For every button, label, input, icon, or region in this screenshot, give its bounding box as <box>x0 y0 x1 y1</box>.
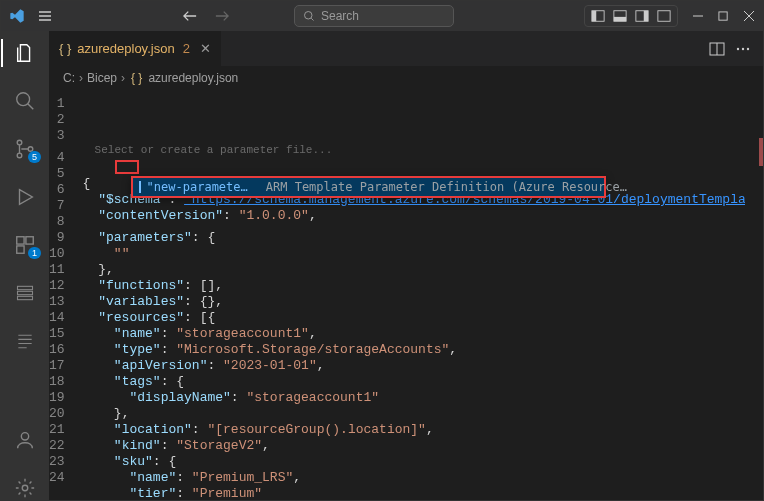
svg-point-11 <box>17 153 22 158</box>
menu-icon[interactable] <box>37 8 53 24</box>
svg-rect-15 <box>17 246 24 253</box>
azure-ext-icon[interactable] <box>13 329 37 353</box>
breadcrumb-folder: Bicep <box>87 71 117 85</box>
svg-rect-7 <box>658 11 670 22</box>
svg-point-20 <box>22 485 28 491</box>
svg-rect-14 <box>26 237 33 244</box>
search-icon <box>303 10 315 22</box>
bicep-ext-icon[interactable] <box>13 281 37 305</box>
code-line: "tags": { <box>83 374 763 390</box>
tab-modified-count: 2 <box>183 41 190 56</box>
minimap[interactable] <box>745 90 763 500</box>
suggestion-label: "new-paramete… <box>147 179 248 195</box>
json-file-icon: { } <box>59 41 71 56</box>
extensions-icon[interactable]: 1 <box>13 233 37 257</box>
code-line: "resources": [{ <box>83 310 763 326</box>
search-placeholder: Search <box>321 9 359 23</box>
search-panel-icon[interactable] <box>13 89 37 113</box>
code-line: "type": "Microsoft.Storage/storageAccoun… <box>83 342 763 358</box>
svg-point-9 <box>17 93 30 106</box>
code-line: "tier": "Premium" <box>83 486 763 500</box>
layout-panel-bottom-icon[interactable] <box>613 9 627 23</box>
line-number-gutter: 123456789101112131415161718192021222324 <box>49 90 75 500</box>
code-line: "" <box>83 246 763 262</box>
svg-rect-2 <box>592 11 596 22</box>
intellisense-suggestion[interactable]: "new-paramete… ARM Template Parameter De… <box>131 176 606 198</box>
tab-filename: azuredeploy.json <box>77 41 174 56</box>
svg-rect-8 <box>719 11 727 19</box>
svg-rect-17 <box>18 291 33 294</box>
layout-customize-icon[interactable] <box>657 9 671 23</box>
source-control-icon[interactable]: 5 <box>13 137 37 161</box>
scm-badge: 5 <box>28 151 41 163</box>
editor[interactable]: 123456789101112131415161718192021222324 … <box>49 90 763 500</box>
code-line: "displayName": "storageaccount1" <box>83 390 763 406</box>
chevron-right-icon: › <box>79 71 83 85</box>
code-line: "functions": [], <box>83 278 763 294</box>
tab-close-icon[interactable]: ✕ <box>200 41 211 56</box>
highlight-cursor <box>115 160 139 174</box>
svg-point-24 <box>747 47 749 49</box>
svg-rect-4 <box>614 17 626 21</box>
layout-sidebar-left-icon[interactable] <box>591 9 605 23</box>
code-line: }, <box>83 406 763 422</box>
maximize-icon[interactable] <box>718 11 729 22</box>
svg-point-23 <box>742 47 744 49</box>
code-line: }, <box>83 262 763 278</box>
svg-point-22 <box>737 47 739 49</box>
nav-back-icon[interactable] <box>183 9 197 23</box>
vscode-window: Search 5 1 <box>0 0 764 501</box>
minimize-icon[interactable] <box>692 10 704 22</box>
suggestion-kind-icon <box>139 181 141 193</box>
code-line: "variables": {}, <box>83 294 763 310</box>
breadcrumb-file: azuredeploy.json <box>148 71 238 85</box>
breadcrumb[interactable]: C: › Bicep › { } azuredeploy.json <box>49 66 763 90</box>
settings-gear-icon[interactable] <box>13 476 37 500</box>
svg-point-0 <box>305 12 313 20</box>
vscode-logo-icon <box>9 8 25 24</box>
param-file-hint[interactable]: Select or create a parameter file... <box>95 142 333 158</box>
more-actions-icon[interactable] <box>735 42 751 56</box>
account-icon[interactable] <box>13 428 37 452</box>
svg-rect-6 <box>644 11 648 22</box>
code-line: "name": "Premium_LRS", <box>83 470 763 486</box>
svg-point-10 <box>17 140 22 145</box>
code-content[interactable]: "new-paramete… ARM Template Parameter De… <box>75 90 763 500</box>
svg-rect-18 <box>18 296 33 299</box>
titlebar: Search <box>1 1 763 31</box>
code-line: "parameters": { <box>83 230 763 246</box>
titlebar-right <box>584 5 755 27</box>
suggestion-description: ARM Template Parameter Definition (Azure… <box>266 179 627 195</box>
code-line: "location": "[resourceGroup().location]"… <box>83 422 763 438</box>
breadcrumb-drive: C: <box>63 71 75 85</box>
svg-rect-16 <box>18 286 33 289</box>
code-line: "kind": "StorageV2", <box>83 438 763 454</box>
explorer-icon[interactable] <box>13 41 37 65</box>
ext-badge: 1 <box>28 247 41 259</box>
activitybar: 5 1 <box>1 31 49 500</box>
layout-sidebar-right-icon[interactable] <box>635 9 649 23</box>
command-center[interactable]: Search <box>294 5 454 27</box>
code-line: "sku": { <box>83 454 763 470</box>
editor-group: { } azuredeploy.json 2 ✕ C: › Bicep › { … <box>49 31 763 500</box>
nav-controls <box>183 9 229 23</box>
svg-point-19 <box>21 433 28 440</box>
run-debug-icon[interactable] <box>13 185 37 209</box>
tab-azuredeploy[interactable]: { } azuredeploy.json 2 ✕ <box>49 31 222 66</box>
code-line: "name": "storageaccount1", <box>83 326 763 342</box>
tabbar: { } azuredeploy.json 2 ✕ <box>49 31 763 66</box>
code-line: "contentVersion": "1.0.0.0", <box>83 208 763 224</box>
split-editor-icon[interactable] <box>709 42 725 56</box>
close-icon[interactable] <box>743 10 755 22</box>
nav-forward-icon[interactable] <box>215 9 229 23</box>
code-line: "apiVersion": "2023-01-01", <box>83 358 763 374</box>
svg-rect-13 <box>17 237 24 244</box>
chevron-right-icon: › <box>121 71 125 85</box>
